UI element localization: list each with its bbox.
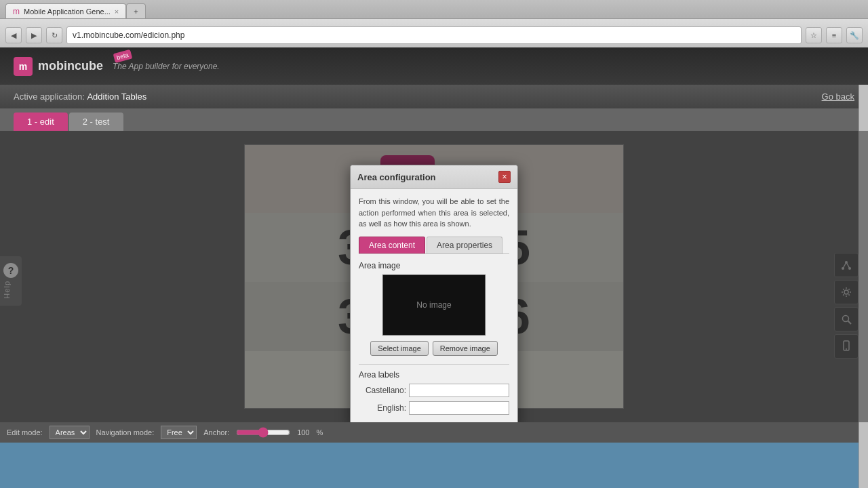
modal-title: Area configuration [357,172,436,182]
tab-edit[interactable]: 1 - edit [14,113,68,131]
image-buttons: Select image Remove image [359,341,509,356]
edit-mode-label: Edit mode: [7,428,43,436]
select-image-button[interactable]: Select image [370,341,429,356]
tab-area-properties[interactable]: Area properties [427,237,502,253]
modal-header: Area configuration × [351,165,517,189]
edit-mode-select[interactable]: Areas [50,426,90,439]
remove-image-button[interactable]: Remove image [433,341,498,356]
zoom-unit: % [316,428,323,436]
app-bar: Active application: Addition Tables Go b… [0,85,868,108]
english-input[interactable] [409,401,509,415]
favicon: m [13,7,20,16]
canvas-area: ? Help [0,131,868,422]
modal-tabs: Area content Area properties [359,237,509,254]
browser-chrome: m Mobile Application Gene... × + ◀ ▶ ↻ v… [0,0,868,47]
browser-tab-new[interactable]: + [126,3,145,18]
castellano-input[interactable] [409,384,509,397]
logo-tagline: The App builder for everyone. [113,62,220,71]
zoom-slider[interactable] [236,428,290,437]
edit-tabs: 1 - edit 2 - test [0,108,868,131]
section-separator [359,364,509,365]
tools-icon[interactable]: 🔧 [846,27,863,43]
bottom-toolbar: Edit mode: Areas Navigation mode: Free A… [0,422,868,443]
castellano-label: Castellano: [359,386,406,395]
area-image-label: Area image [359,261,509,270]
area-config-modal: Area configuration × From this window, y… [350,165,518,422]
browser-tab-active[interactable]: m Mobile Application Gene... × [5,3,126,18]
active-app-name: Addition Tables [87,92,146,102]
tab-close-icon[interactable]: × [115,7,119,16]
modal-description: From this window, you will be able to se… [359,196,509,230]
address-bar[interactable]: v1.mobincube.com/edicion.php [66,26,802,44]
modal-close-button[interactable]: × [498,171,511,183]
area-labels-section: Area labels Castellano: English: [359,370,509,415]
logo-icon: m [14,57,33,76]
english-label: English: [359,403,406,413]
image-preview: No image [382,274,486,336]
tab-area-content[interactable]: Area content [359,237,425,253]
active-label: Active application: [14,92,85,102]
zoom-value: 100 [297,428,309,436]
tab-test[interactable]: 2 - test [69,113,123,131]
page-wrapper: m mobincube The App builder for everyone… [0,47,868,488]
back-button[interactable]: ◀ [5,27,22,43]
tab-bar: m Mobile Application Gene... × + [0,0,868,19]
area-image-section: Area image No image Select image Remove … [359,261,509,356]
castellano-row: Castellano: [359,384,509,397]
english-row: English: [359,401,509,415]
tab-title: Mobile Application Gene... [24,7,111,16]
nav-mode-select[interactable]: Free [161,426,197,439]
go-back-button[interactable]: Go back [822,92,854,102]
logo-text: mobincube [38,59,103,73]
address-text: v1.mobincube.com/edicion.php [73,30,184,40]
app-header: m mobincube The App builder for everyone… [0,47,868,85]
refresh-button[interactable]: ↻ [46,27,62,43]
forward-button[interactable]: ▶ [26,27,42,43]
modal-body: From this window, you will be able to se… [351,189,517,422]
browser-toolbar: ◀ ▶ ↻ v1.mobincube.com/edicion.php ☆ ≡ 🔧 [0,19,868,52]
menu-icon[interactable]: ≡ [826,27,842,43]
anchor-label: Anchor: [203,428,229,436]
area-labels-heading: Area labels [359,370,509,380]
bookmark-icon[interactable]: ☆ [806,27,822,43]
no-image-text: No image [416,300,451,310]
nav-mode-label: Navigation mode: [96,428,155,436]
